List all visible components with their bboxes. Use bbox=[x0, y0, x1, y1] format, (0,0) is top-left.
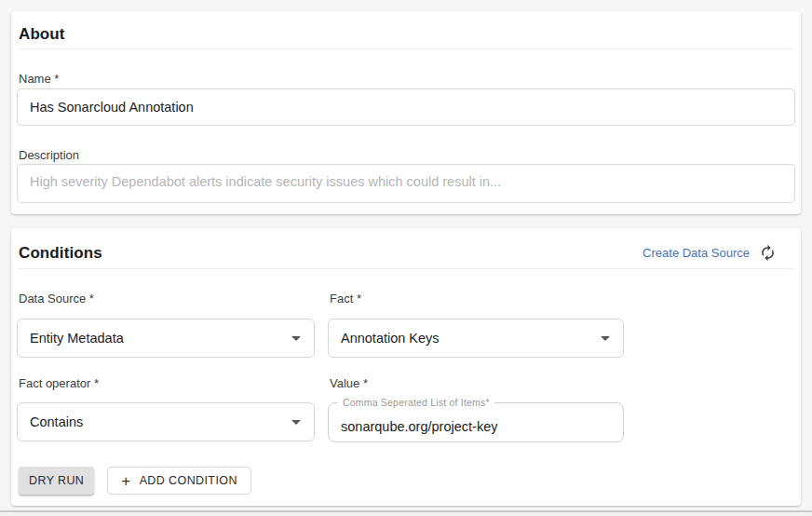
conditions-buttons: DRY RUN + ADD CONDITION bbox=[19, 467, 795, 495]
plus-icon: + bbox=[121, 473, 130, 489]
data-source-select[interactable]: Entity Metadata bbox=[17, 319, 315, 358]
fact-label: Fact * bbox=[330, 292, 624, 306]
description-input[interactable] bbox=[17, 164, 795, 203]
bottom-divider bbox=[0, 510, 812, 516]
fact-select[interactable]: Annotation Keys bbox=[328, 319, 624, 358]
conditions-card: Conditions Create Data Source Data Sourc… bbox=[11, 228, 801, 506]
about-divider bbox=[18, 48, 794, 49]
conditions-row-2: Fact operator * Contains Value * Comma S… bbox=[17, 358, 795, 442]
about-card-header: About bbox=[19, 26, 793, 42]
about-title: About bbox=[19, 26, 65, 42]
fact-operator-value: Contains bbox=[30, 414, 83, 429]
value-label: Value * bbox=[330, 376, 624, 391]
data-source-value: Entity Metadata bbox=[30, 331, 124, 346]
value-outlined-field: Comma Seperated List of Items* bbox=[328, 402, 624, 442]
value-inner-label: Comma Seperated List of Items* bbox=[338, 398, 494, 408]
add-condition-button[interactable]: + ADD CONDITION bbox=[107, 467, 251, 495]
value-input[interactable] bbox=[329, 403, 623, 441]
conditions-title: Conditions bbox=[19, 245, 102, 261]
fact-operator-label: Fact operator * bbox=[19, 376, 315, 391]
chevron-down-icon bbox=[601, 336, 610, 341]
fact-field: Fact * Annotation Keys bbox=[328, 269, 624, 358]
conditions-header-actions: Create Data Source bbox=[643, 243, 777, 262]
chevron-down-icon bbox=[291, 420, 301, 425]
conditions-row-1: Data Source * Entity Metadata Fact * Ann… bbox=[17, 269, 795, 358]
value-field: Value * Comma Seperated List of Items* bbox=[328, 358, 624, 442]
conditions-card-header: Conditions Create Data Source bbox=[19, 243, 793, 262]
fact-value: Annotation Keys bbox=[341, 331, 440, 346]
name-label: Name * bbox=[19, 72, 795, 87]
name-input[interactable] bbox=[17, 88, 795, 126]
fact-operator-select[interactable]: Contains bbox=[17, 402, 315, 441]
about-card: About Name * Description bbox=[11, 11, 801, 214]
fact-operator-field: Fact operator * Contains bbox=[17, 358, 315, 442]
add-condition-label: ADD CONDITION bbox=[140, 474, 237, 487]
chevron-down-icon bbox=[291, 336, 301, 341]
description-label: Description bbox=[19, 148, 795, 163]
refresh-icon[interactable] bbox=[758, 243, 777, 262]
data-source-field: Data Source * Entity Metadata bbox=[17, 269, 315, 358]
data-source-label: Data Source * bbox=[19, 292, 315, 306]
dry-run-button[interactable]: DRY RUN bbox=[19, 467, 94, 495]
create-data-source-link[interactable]: Create Data Source bbox=[643, 246, 750, 260]
